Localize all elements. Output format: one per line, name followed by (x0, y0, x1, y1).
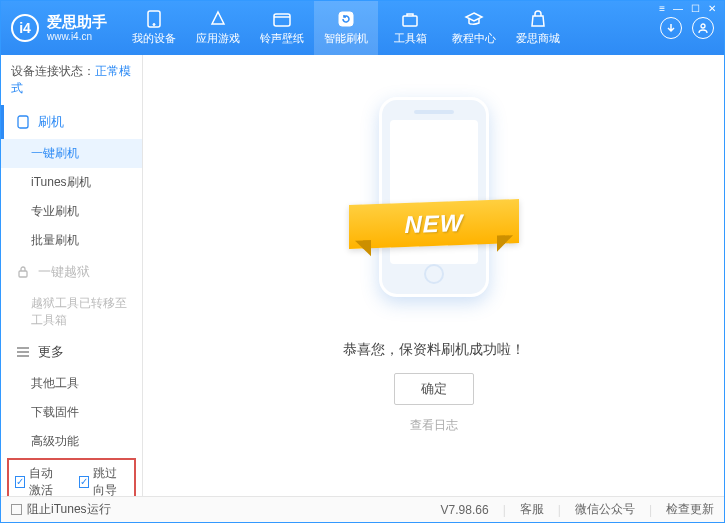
new-badge: NEW (349, 199, 519, 249)
phone-icon (16, 115, 30, 129)
checkbox-label: 跳过向导 (93, 465, 129, 499)
success-message: 恭喜您，保资料刷机成功啦！ (343, 341, 525, 359)
nav-ringtone[interactable]: 铃声壁纸 (250, 1, 314, 55)
lock-icon (16, 265, 30, 279)
group-label: 刷机 (38, 113, 64, 131)
sidebar-group-flash[interactable]: 刷机 (1, 105, 142, 139)
nav-label: 我的设备 (132, 31, 176, 46)
connection-status: 设备连接状态：正常模式 (1, 55, 142, 105)
svg-rect-3 (339, 12, 353, 26)
sidebar-item-jailbreak-note: 越狱工具已转移至工具箱 (1, 289, 142, 335)
toolbox-icon (400, 10, 420, 28)
new-text: NEW (404, 209, 463, 239)
menu-icon (16, 345, 30, 359)
nav-label: 教程中心 (452, 31, 496, 46)
checkbox-icon (11, 504, 22, 515)
version-label: V7.98.66 (441, 503, 489, 517)
apps-icon (208, 10, 228, 28)
brand-title: 爱思助手 (47, 14, 107, 31)
sidebar-item-oneclick[interactable]: 一键刷机 (1, 139, 142, 168)
nav-apps[interactable]: 应用游戏 (186, 1, 250, 55)
nav-label: 应用游戏 (196, 31, 240, 46)
footer: 阻止iTunes运行 V7.98.66 | 客服 | 微信公众号 | 检查更新 (1, 496, 724, 522)
nav-flash[interactable]: 智能刷机 (314, 1, 378, 55)
svg-point-5 (701, 24, 705, 28)
nav-tutorial[interactable]: 教程中心 (442, 1, 506, 55)
svg-rect-4 (403, 16, 417, 26)
group-label: 一键越狱 (38, 263, 90, 281)
nav-shop[interactable]: 爱思商城 (506, 1, 570, 55)
logo-icon: i4 (11, 14, 39, 42)
phone-illustration: NEW (364, 97, 504, 317)
sidebar-item-pro[interactable]: 专业刷机 (1, 197, 142, 226)
download-button[interactable] (660, 17, 682, 39)
sidebar-group-more[interactable]: 更多 (1, 335, 142, 369)
wechat-link[interactable]: 微信公众号 (575, 501, 635, 518)
check-update-link[interactable]: 检查更新 (666, 501, 714, 518)
sidebar-item-batch[interactable]: 批量刷机 (1, 226, 142, 255)
settings-icon[interactable]: ≡ (659, 3, 665, 14)
close-icon[interactable]: ✕ (708, 3, 716, 14)
check-icon: ✓ (79, 476, 89, 488)
check-icon: ✓ (15, 476, 25, 488)
wallet-icon (272, 10, 292, 28)
top-nav: 我的设备 应用游戏 铃声壁纸 智能刷机 工具箱 教程中心 (122, 1, 660, 55)
bag-icon (528, 10, 548, 28)
window-controls: ≡ — ☐ ✕ (659, 3, 716, 14)
graduation-icon (464, 10, 484, 28)
checkbox-label: 阻止iTunes运行 (27, 501, 111, 518)
view-log-link[interactable]: 查看日志 (410, 417, 458, 434)
device-icon (144, 10, 164, 28)
checkbox-skip-wizard[interactable]: ✓ 跳过向导 (79, 465, 129, 499)
nav-my-device[interactable]: 我的设备 (122, 1, 186, 55)
maximize-icon[interactable]: ☐ (691, 3, 700, 14)
sidebar-item-advanced[interactable]: 高级功能 (1, 427, 142, 456)
nav-label: 工具箱 (394, 31, 427, 46)
group-label: 更多 (38, 343, 64, 361)
nav-label: 铃声壁纸 (260, 31, 304, 46)
sidebar: 设备连接状态：正常模式 刷机 一键刷机 iTunes刷机 专业刷机 批量刷机 一… (1, 55, 143, 496)
sidebar-item-itunes[interactable]: iTunes刷机 (1, 168, 142, 197)
svg-point-1 (153, 24, 155, 26)
nav-label: 爱思商城 (516, 31, 560, 46)
brand-url: www.i4.cn (47, 31, 107, 42)
svg-rect-6 (18, 116, 28, 128)
nav-label: 智能刷机 (324, 31, 368, 46)
checkbox-label: 自动激活 (29, 465, 65, 499)
sidebar-item-other[interactable]: 其他工具 (1, 369, 142, 398)
minimize-icon[interactable]: — (673, 3, 683, 14)
checkbox-block-itunes[interactable]: 阻止iTunes运行 (11, 501, 111, 518)
checkbox-auto-activate[interactable]: ✓ 自动激活 (15, 465, 65, 499)
sidebar-item-download[interactable]: 下载固件 (1, 398, 142, 427)
nav-toolbox[interactable]: 工具箱 (378, 1, 442, 55)
sidebar-group-jailbreak[interactable]: 一键越狱 (1, 255, 142, 289)
svg-rect-2 (274, 14, 290, 26)
main-content: NEW 恭喜您，保资料刷机成功啦！ 确定 查看日志 (143, 55, 724, 496)
refresh-icon (336, 10, 356, 28)
status-label: 设备连接状态： (11, 64, 95, 78)
support-link[interactable]: 客服 (520, 501, 544, 518)
user-button[interactable] (692, 17, 714, 39)
svg-rect-7 (19, 271, 27, 277)
brand: i4 爱思助手 www.i4.cn (11, 14, 107, 42)
confirm-button[interactable]: 确定 (394, 373, 474, 405)
titlebar: i4 爱思助手 www.i4.cn 我的设备 应用游戏 铃声壁纸 智能刷机 (1, 1, 724, 55)
